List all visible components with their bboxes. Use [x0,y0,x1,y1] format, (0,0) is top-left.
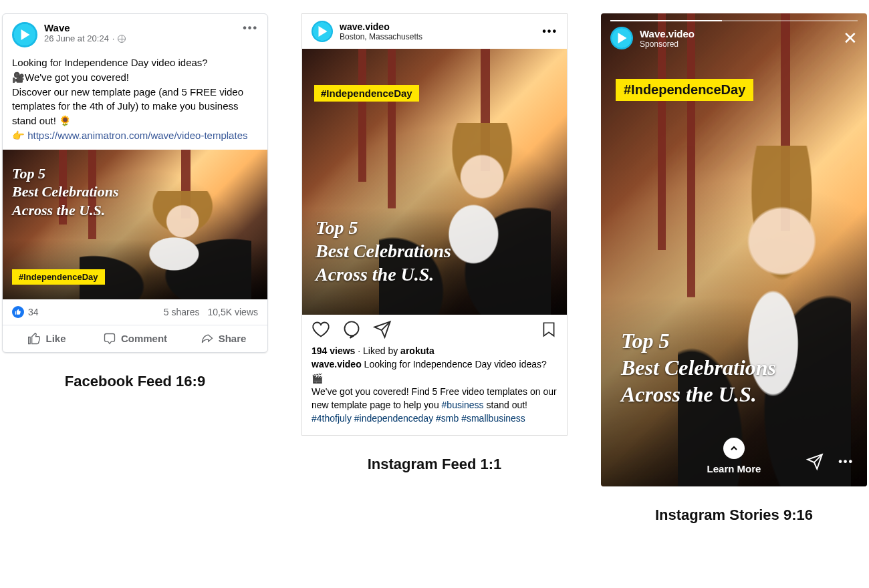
svg-point-0 [345,321,359,335]
fb-link[interactable]: https://www.animatron.com/wave/video-tem… [27,130,247,141]
more-icon[interactable]: ••• [243,22,258,34]
instagram-post: wave.video Boston, Massachusetts ••• #In… [301,13,568,436]
close-icon[interactable]: ✕ [843,29,858,47]
facebook-post: Wave 26 June at 20:24 · ••• Looking for … [2,13,268,353]
caption-username[interactable]: wave.video [312,359,362,370]
story-progress-bar [610,20,858,21]
fb-stats: 34 5 shares 10,5K views [3,299,267,325]
caption-ig: Instagram Feed 1:1 [368,456,502,473]
caption-story: Instagram Stories 9:16 [655,506,813,524]
ig-header: wave.video Boston, Massachusetts ••• [302,14,567,49]
ig-caption: 194 views · Liked by arokuta wave.video … [302,344,567,435]
hashtag-badge: #IndependenceDay [314,85,419,102]
fb-like-count[interactable]: 34 [28,307,39,317]
fb-shares[interactable]: 5 shares [164,307,200,317]
wave-logo-icon[interactable] [12,22,37,47]
story-header: Wave.video Sponsored ✕ [610,27,858,49]
comment-button[interactable]: Comment [91,325,179,352]
fb-timestamp[interactable]: 26 June at 20:24 [44,33,109,43]
comment-icon[interactable] [342,320,361,339]
fb-header: Wave 26 June at 20:24 · ••• [3,14,267,53]
liked-by-user[interactable]: arokuta [400,345,434,356]
bookmark-icon[interactable] [540,321,557,338]
fb-page-name[interactable]: Wave [44,22,126,33]
wave-logo-icon[interactable] [610,27,633,49]
send-icon[interactable] [373,320,392,339]
more-icon[interactable]: ••• [838,456,854,468]
send-icon[interactable] [806,453,824,470]
like-count-icon[interactable] [12,306,24,318]
wave-logo-icon[interactable] [312,21,333,42]
story-username[interactable]: Wave.video [640,28,695,39]
fb-video[interactable]: Top 5 Best Celebrations Across the U.S. … [3,150,267,299]
globe-icon[interactable] [118,35,126,43]
caption-fb: Facebook Feed 16:9 [65,373,205,390]
ig-video[interactable]: #IndependenceDay Top 5 Best Celebrations… [302,49,567,315]
ig-username[interactable]: wave.video [340,21,422,32]
sponsored-label: Sponsored [640,39,695,49]
share-button[interactable]: Share [179,325,267,352]
fb-post-body: Looking for Independence Day video ideas… [3,53,267,150]
ig-action-row [302,315,567,344]
chevron-up-icon [723,438,745,459]
instagram-story[interactable]: #IndependenceDay Top 5 Best Celebrations… [601,13,867,486]
story-video[interactable]: #IndependenceDay Top 5 Best Celebrations… [601,13,867,486]
heart-icon[interactable] [312,320,330,339]
hashtag-badge: #IndependenceDay [616,79,753,101]
more-icon[interactable]: ••• [542,25,557,37]
hashtag-links[interactable]: #4thofjuly #independenceday #smb #smallb… [312,412,557,425]
like-button[interactable]: Like [3,325,91,352]
learn-more-button[interactable]: Learn More [707,438,761,474]
hashtag-link[interactable]: #business [442,400,484,410]
hashtag-badge: #IndependenceDay [12,269,105,285]
fb-views[interactable]: 10,5K views [208,307,258,317]
ig-location[interactable]: Boston, Massachusetts [340,32,422,41]
ig-views[interactable]: 194 views [312,345,355,356]
